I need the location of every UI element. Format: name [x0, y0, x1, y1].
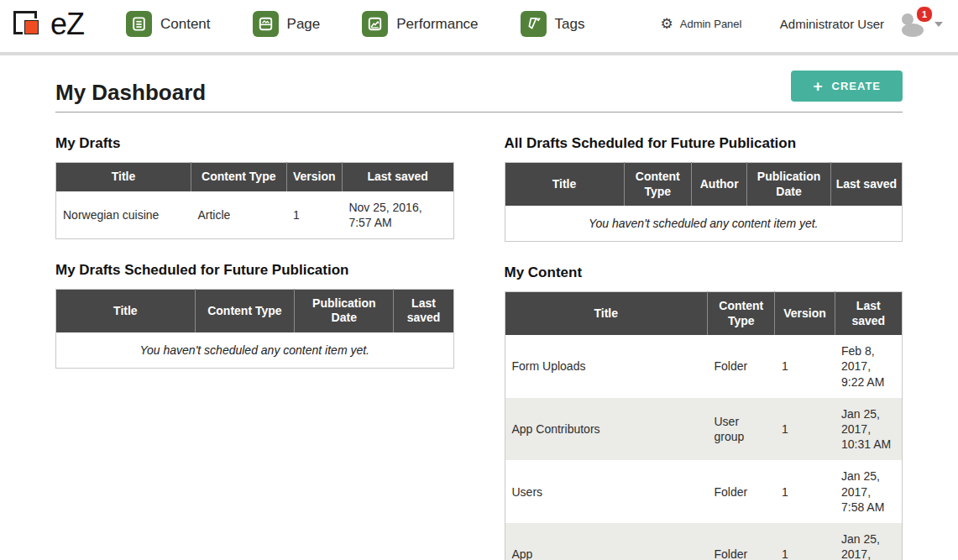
- notification-badge[interactable]: 1: [916, 6, 933, 23]
- column-header: Last saved: [394, 289, 453, 332]
- table-cell: Folder: [708, 335, 775, 398]
- nav-label: Content: [160, 16, 211, 33]
- table-row[interactable]: Norwegian cuisineArticle1Nov 25, 2016, 7…: [56, 191, 454, 239]
- nav-label: Tags: [555, 16, 585, 33]
- admin-panel-button[interactable]: ⚙ Admin Panel: [661, 17, 742, 31]
- column-header: Content Type: [191, 163, 286, 191]
- table-cell: Users: [505, 460, 708, 523]
- tags-icon: [521, 11, 547, 37]
- my-content-section: My Content TitleContent TypeVersionLast …: [505, 264, 903, 560]
- my-drafts-section: My Drafts TitleContent TypeVersionLast s…: [55, 135, 454, 239]
- main-nav: Content Page Performance Tags: [126, 11, 627, 37]
- performance-icon: [362, 11, 388, 37]
- column-header: Last saved: [342, 163, 453, 191]
- empty-message: You haven't scheduled any content item y…: [505, 206, 903, 242]
- table-cell: 1: [775, 398, 835, 461]
- section-title: My Drafts: [55, 135, 454, 152]
- column-header: Version: [286, 163, 342, 191]
- data-table: TitleContent TypeVersionLast savedForm U…: [505, 291, 903, 560]
- header-row: TitleContent TypeAuthorPublication DateL…: [505, 163, 903, 207]
- header-row: TitleContent TypeVersionLast saved: [56, 163, 454, 191]
- logo-orange-square: [23, 18, 40, 36]
- header-row: TitleContent TypeVersionLast saved: [505, 292, 903, 336]
- column-header: Title: [56, 163, 191, 191]
- dashboard-grid: My Drafts TitleContent TypeVersionLast s…: [55, 113, 903, 560]
- user-area: Administrator User 1: [780, 12, 943, 37]
- all-drafts-scheduled-table: TitleContent TypeAuthorPublication DateL…: [505, 162, 903, 242]
- create-button[interactable]: + CREATE: [791, 71, 903, 102]
- ez-logo[interactable]: eZ: [10, 7, 102, 42]
- table-cell: Folder: [708, 460, 775, 523]
- nav-item-performance[interactable]: Performance: [362, 11, 478, 37]
- table-cell: Jan 25, 2017, 10:31 AM: [835, 398, 903, 461]
- table-cell: 1: [775, 460, 835, 523]
- table-cell: Article: [191, 191, 286, 239]
- column-header: Title: [505, 292, 708, 336]
- page-icon: [253, 11, 279, 37]
- ez-logo-icon: [10, 7, 49, 42]
- table-cell: User group: [708, 398, 775, 461]
- column-header: Content Type: [708, 292, 775, 336]
- data-table: TitleContent TypeAuthorPublication DateL…: [505, 162, 903, 242]
- section-title: My Drafts Scheduled for Future Publicati…: [55, 262, 454, 279]
- chevron-down-icon[interactable]: [934, 22, 943, 27]
- column-header: Last saved: [835, 292, 903, 336]
- page-title: My Dashboard: [55, 81, 206, 105]
- table-row[interactable]: Form UploadsFolder1Feb 8, 2017, 9:22 AM: [505, 335, 903, 398]
- column-header: Title: [505, 163, 624, 207]
- app-window: eZ Content Page Performance: [0, 0, 958, 560]
- all-drafts-scheduled-section: All Drafts Scheduled for Future Publicat…: [505, 135, 903, 242]
- table-cell: Norwegian cuisine: [56, 191, 191, 239]
- content-icon: [126, 11, 152, 37]
- table-cell: App Contributors: [505, 398, 708, 461]
- table-cell: Folder: [708, 523, 775, 560]
- my-drafts-scheduled-section: My Drafts Scheduled for Future Publicati…: [55, 262, 454, 369]
- column-header: Title: [56, 289, 196, 332]
- column-header: Version: [775, 292, 835, 336]
- empty-message: You haven't scheduled any content item y…: [56, 332, 454, 369]
- logo-text: eZ: [50, 9, 84, 39]
- right-column: All Drafts Scheduled for Future Publicat…: [505, 113, 903, 560]
- nav-item-content[interactable]: Content: [126, 11, 211, 37]
- column-header: Content Type: [195, 289, 294, 332]
- table-cell: Jan 25, 2017, 7:55 AM: [835, 523, 903, 560]
- column-header: Publication Date: [747, 163, 830, 207]
- table-cell: Feb 8, 2017, 9:22 AM: [835, 335, 903, 398]
- column-header: Author: [692, 163, 747, 207]
- admin-panel-label: Admin Panel: [680, 18, 742, 30]
- table-row[interactable]: UsersFolder1Jan 25, 2017, 7:58 AM: [505, 460, 903, 523]
- section-title: All Drafts Scheduled for Future Publicat…: [505, 135, 903, 152]
- table-cell: 1: [286, 191, 342, 239]
- my-drafts-table: TitleContent TypeVersionLast savedNorweg…: [55, 162, 454, 239]
- column-header: Content Type: [624, 163, 691, 207]
- table-cell: Form Uploads: [505, 335, 708, 398]
- plus-icon: +: [813, 78, 823, 94]
- left-column: My Drafts TitleContent TypeVersionLast s…: [55, 113, 454, 560]
- gear-icon: ⚙: [661, 17, 673, 31]
- nav-label: Page: [287, 16, 321, 33]
- create-button-label: CREATE: [832, 80, 881, 92]
- nav-label: Performance: [396, 16, 478, 33]
- table-row[interactable]: App ContributorsUser group1Jan 25, 2017,…: [505, 398, 903, 461]
- empty-row: You haven't scheduled any content item y…: [505, 206, 903, 242]
- empty-row: You haven't scheduled any content item y…: [56, 332, 454, 369]
- table-row[interactable]: AppFolder1Jan 25, 2017, 7:55 AM: [505, 523, 903, 560]
- my-content-table: TitleContent TypeVersionLast savedForm U…: [505, 291, 903, 560]
- table-cell: 1: [775, 335, 835, 398]
- user-name: Administrator User: [780, 17, 884, 31]
- table-cell: App: [505, 523, 708, 560]
- table-cell: Jan 25, 2017, 7:58 AM: [835, 460, 903, 523]
- header-row: TitleContent TypePublication DateLast sa…: [56, 289, 454, 332]
- table-cell: 1: [775, 523, 835, 560]
- dashboard-content: My Dashboard + CREATE My Drafts TitleCon…: [0, 55, 958, 560]
- user-avatar[interactable]: 1: [896, 12, 928, 37]
- data-table: TitleContent TypePublication DateLast sa…: [55, 289, 454, 369]
- data-table: TitleContent TypeVersionLast savedNorweg…: [55, 162, 454, 239]
- nav-item-tags[interactable]: Tags: [521, 11, 585, 37]
- my-drafts-scheduled-table: TitleContent TypePublication DateLast sa…: [55, 289, 454, 369]
- top-navigation-bar: eZ Content Page Performance: [0, 0, 958, 48]
- page-header: My Dashboard + CREATE: [55, 55, 903, 113]
- nav-item-page[interactable]: Page: [253, 11, 321, 37]
- column-header: Publication Date: [295, 289, 394, 332]
- section-title: My Content: [505, 264, 903, 281]
